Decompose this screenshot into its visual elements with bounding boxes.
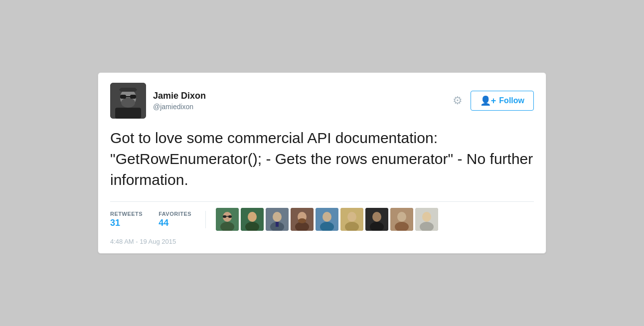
favorites-stat: FAVORITES 44 (159, 211, 191, 228)
svg-rect-12 (223, 215, 226, 218)
user-handle[interactable]: @jamiedixon (153, 103, 206, 111)
avatar[interactable] (110, 83, 146, 119)
svg-point-27 (322, 212, 331, 222)
svg-rect-8 (120, 88, 136, 92)
follow-person-icon: 👤+ (480, 95, 496, 106)
svg-point-19 (273, 212, 282, 222)
user-name[interactable]: Jamie Dixon (153, 91, 206, 101)
svg-point-39 (422, 212, 431, 222)
svg-point-16 (248, 212, 257, 222)
svg-point-33 (372, 212, 381, 222)
svg-point-25 (298, 218, 306, 223)
tweet-stats-row: RETWEETS 31 FAVORITES 44 (110, 201, 534, 231)
follow-button[interactable]: 👤+ Follow (471, 91, 534, 111)
svg-rect-13 (228, 215, 232, 218)
tweet-timestamp: 4:48 AM - 19 Aug 2015 (110, 238, 534, 245)
liker-avatar-9[interactable] (415, 208, 438, 231)
liker-avatar-4[interactable] (291, 208, 314, 231)
retweets-count[interactable]: 31 (110, 218, 143, 228)
liker-avatar-2[interactable] (241, 208, 264, 231)
liker-avatar-1[interactable] (216, 208, 239, 231)
user-info: Jamie Dixon @jamiedixon (153, 91, 206, 111)
retweets-stat: RETWEETS 31 (110, 211, 143, 228)
liker-avatar-8[interactable] (390, 208, 413, 231)
tweet-stats: RETWEETS 31 FAVORITES 44 (110, 211, 206, 228)
svg-point-30 (347, 212, 356, 222)
tweet-card: Jamie Dixon @jamiedixon ⚙ 👤+ Follow Got … (98, 72, 546, 254)
gear-icon[interactable]: ⚙ (453, 95, 463, 106)
liker-avatar-5[interactable] (316, 208, 338, 231)
follow-label: Follow (499, 96, 524, 105)
svg-rect-4 (120, 95, 126, 99)
svg-rect-1 (115, 108, 141, 119)
svg-rect-21 (276, 222, 279, 227)
retweets-label: RETWEETS (110, 211, 143, 217)
svg-point-36 (397, 212, 406, 222)
liker-avatar-7[interactable] (365, 208, 388, 231)
header-right: ⚙ 👤+ Follow (453, 91, 534, 111)
header-left: Jamie Dixon @jamiedixon (110, 83, 206, 119)
favorites-label: FAVORITES (159, 211, 191, 217)
tweet-header: Jamie Dixon @jamiedixon ⚙ 👤+ Follow (110, 83, 534, 119)
svg-point-3 (121, 98, 135, 108)
avatars-row (206, 208, 438, 231)
svg-rect-5 (130, 95, 136, 99)
liker-avatar-6[interactable] (340, 208, 363, 231)
favorites-count[interactable]: 44 (159, 218, 191, 228)
liker-avatar-3[interactable] (266, 208, 289, 231)
tweet-body: Got to love some commercial API document… (110, 128, 534, 190)
